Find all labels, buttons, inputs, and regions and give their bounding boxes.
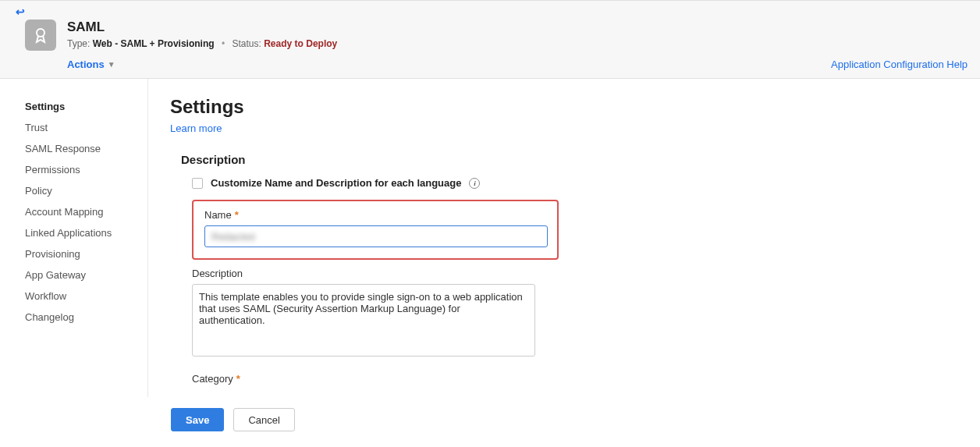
back-arrow-icon[interactable]: ↩	[16, 5, 25, 18]
sidebar-item-workflow[interactable]: Workflow	[25, 286, 135, 307]
chevron-down-icon: ▼	[108, 60, 115, 69]
info-icon[interactable]: i	[469, 178, 480, 189]
actions-dropdown[interactable]: Actions ▼	[67, 59, 115, 70]
meta-separator: •	[222, 38, 225, 49]
help-link[interactable]: Application Configuration Help	[831, 59, 968, 70]
name-input[interactable]: Redacted	[204, 225, 548, 247]
save-button[interactable]: Save	[171, 408, 224, 431]
status-value: Ready to Deploy	[264, 38, 337, 49]
sidebar: Settings Trust SAML Response Permissions…	[0, 79, 148, 397]
header-bar: ↩ SAML Type: Web - SAML + Provisioning •…	[0, 0, 980, 79]
description-field-label: Description	[192, 268, 958, 279]
category-field-label: Category *	[192, 373, 958, 385]
learn-more-link[interactable]: Learn more	[170, 122, 222, 134]
type-value: Web - SAML + Provisioning	[93, 38, 215, 49]
name-highlight-box: Name * Redacted	[192, 200, 559, 260]
name-field-label: Name *	[204, 209, 546, 221]
customize-label: Customize Name and Description for each …	[211, 177, 461, 189]
footer-actions: Save Cancel	[0, 397, 980, 447]
svg-point-0	[37, 29, 44, 37]
sidebar-item-saml-response[interactable]: SAML Response	[25, 138, 135, 159]
status-label: Status:	[233, 38, 261, 49]
category-label-text: Category	[192, 373, 233, 385]
app-meta: Type: Web - SAML + Provisioning • Status…	[67, 38, 968, 49]
sidebar-item-changelog[interactable]: Changelog	[25, 307, 135, 328]
required-star-icon: *	[235, 209, 239, 221]
app-ribbon-icon	[25, 20, 56, 51]
name-input-value: Redacted	[205, 226, 547, 247]
app-title: SAML	[67, 20, 968, 35]
description-textarea[interactable]	[192, 284, 535, 357]
customize-checkbox[interactable]	[192, 178, 203, 189]
sidebar-item-trust[interactable]: Trust	[25, 117, 135, 138]
main-content: Settings Learn more Description Customiz…	[148, 79, 980, 397]
sidebar-item-linked-applications[interactable]: Linked Applications	[25, 222, 135, 243]
sidebar-item-account-mapping[interactable]: Account Mapping	[25, 201, 135, 222]
customize-checkbox-row[interactable]: Customize Name and Description for each …	[192, 177, 958, 189]
actions-label: Actions	[67, 59, 105, 70]
sidebar-item-permissions[interactable]: Permissions	[25, 159, 135, 180]
required-star-icon: *	[236, 373, 240, 385]
sidebar-item-provisioning[interactable]: Provisioning	[25, 243, 135, 264]
page-title: Settings	[170, 96, 958, 118]
sidebar-item-app-gateway[interactable]: App Gateway	[25, 264, 135, 286]
sidebar-item-settings[interactable]: Settings	[25, 96, 135, 117]
cancel-button[interactable]: Cancel	[233, 408, 294, 431]
description-heading: Description	[181, 153, 958, 166]
type-label: Type:	[67, 38, 90, 49]
name-label-text: Name	[204, 209, 232, 221]
sidebar-item-policy[interactable]: Policy	[25, 180, 135, 201]
